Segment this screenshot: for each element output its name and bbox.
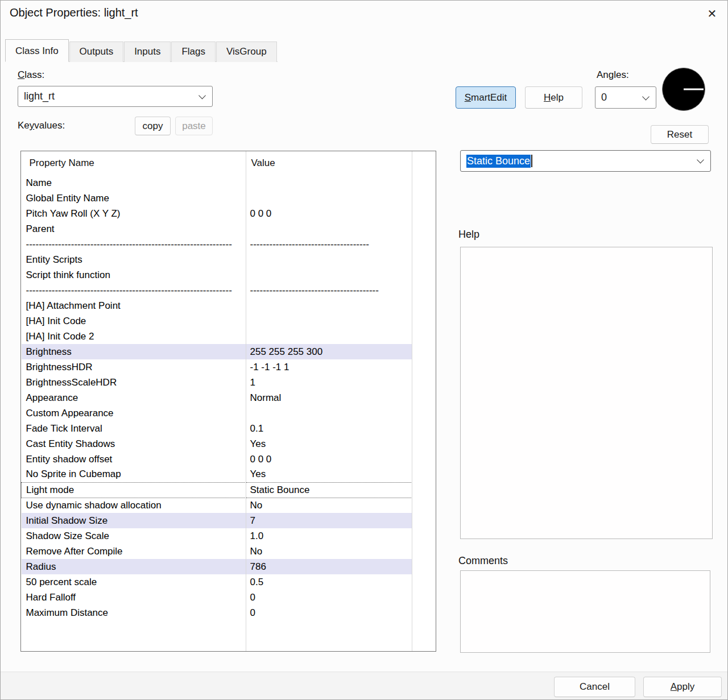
property-name-cell[interactable]: Entity shadow offset [22,452,246,467]
property-value-cell[interactable] [246,190,412,206]
reset-button[interactable]: Reset [651,125,709,144]
tab-inputs[interactable]: Inputs [124,42,171,62]
help-button[interactable]: Help [525,86,582,109]
property-value-cell[interactable]: No [246,498,412,513]
property-row[interactable]: Cast Entity ShadowsYes [22,436,436,452]
property-row[interactable]: Name [22,175,436,190]
property-name-cell[interactable]: No Sprite in Cubemap [22,467,246,482]
apply-button[interactable]: Apply [643,677,722,697]
property-name-cell[interactable]: Name [22,175,246,190]
property-value-cell[interactable]: Normal [246,390,412,405]
property-value-cell[interactable]: 0 0 0 [246,206,412,221]
class-combobox[interactable]: light_rt [18,86,213,107]
property-row[interactable]: ----------------------------------------… [22,283,436,298]
property-value-cell[interactable]: -1 -1 -1 1 [246,359,412,375]
property-name-cell[interactable]: BrightnessHDR [22,359,246,375]
light-mode-combobox[interactable]: Static Bounce [460,150,711,172]
property-name-cell[interactable]: [HA] Init Code 2 [22,329,246,344]
property-name-cell[interactable]: Initial Shadow Size [22,513,246,528]
property-name-cell[interactable]: Shadow Size Scale [22,528,246,544]
property-name-cell[interactable]: Maximum Distance [22,605,246,620]
property-row[interactable]: Remove After CompileNo [22,544,436,559]
property-row[interactable]: Radius786 [22,559,436,574]
property-name-cell[interactable]: Global Entity Name [22,190,246,206]
property-row[interactable]: Custom Appearance [22,405,436,421]
property-row[interactable]: [HA] Init Code [22,313,436,329]
property-name-cell[interactable]: Fade Tick Interval [22,421,246,436]
property-value-cell[interactable]: Yes [246,436,412,452]
tab-flags[interactable]: Flags [171,42,216,62]
property-row[interactable]: Parent [22,221,436,237]
property-value-cell[interactable]: 0 [246,590,412,605]
property-value-cell[interactable] [246,252,412,267]
paste-button[interactable]: paste [175,117,213,135]
property-value-cell[interactable] [246,175,412,190]
property-name-cell[interactable]: Cast Entity Shadows [22,436,246,452]
property-row[interactable]: 50 percent scale0.5 [22,574,436,590]
property-name-cell[interactable]: Radius [22,559,246,574]
property-name-cell[interactable]: Script think function [22,267,246,283]
property-row[interactable]: ----------------------------------------… [22,237,436,252]
property-name-cell[interactable]: ----------------------------------------… [22,283,246,298]
property-value-cell[interactable]: 0.5 [246,574,412,590]
property-value-cell[interactable]: Static Bounce [246,482,412,498]
property-value-cell[interactable]: 786 [246,559,412,574]
property-name-cell[interactable]: [HA] Init Code [22,313,246,329]
property-row[interactable]: BrightnessScaleHDR1 [22,375,436,390]
property-name-cell[interactable]: Pitch Yaw Roll (X Y Z) [22,206,246,221]
property-name-cell[interactable]: Parent [22,221,246,237]
property-value-cell[interactable]: ---------------------------------------- [246,283,412,298]
property-row[interactable]: No Sprite in CubemapYes [22,467,436,482]
property-row[interactable]: Light modeStatic Bounce [22,482,436,498]
property-value-cell[interactable]: 7 [246,513,412,528]
property-row[interactable]: Use dynamic shadow allocationNo [22,498,436,513]
property-row[interactable]: Entity shadow offset0 0 0 [22,452,436,467]
property-value-cell[interactable] [246,329,412,344]
property-row[interactable]: Hard Falloff0 [22,590,436,605]
copy-button[interactable]: copy [135,117,171,135]
property-value-cell[interactable]: No [246,544,412,559]
property-row[interactable]: Fade Tick Interval0.1 [22,421,436,436]
property-name-cell[interactable]: Appearance [22,390,246,405]
property-value-cell[interactable] [246,313,412,329]
close-icon[interactable]: ✕ [704,5,721,22]
property-name-cell[interactable]: Entity Scripts [22,252,246,267]
property-row[interactable]: Initial Shadow Size7 [22,513,436,528]
property-row[interactable]: Script think function [22,267,436,283]
property-row[interactable]: Shadow Size Scale1.0 [22,528,436,544]
property-value-cell[interactable]: Yes [246,467,412,482]
property-name-cell[interactable]: ----------------------------------------… [22,237,246,252]
property-value-cell[interactable]: 1.0 [246,528,412,544]
property-value-cell[interactable]: 1 [246,375,412,390]
property-name-cell[interactable]: Hard Falloff [22,590,246,605]
property-name-cell[interactable]: BrightnessScaleHDR [22,375,246,390]
tab-visgroup[interactable]: VisGroup [216,42,277,62]
property-row[interactable]: [HA] Attachment Point [22,298,436,313]
property-name-cell[interactable]: Light mode [22,482,246,498]
property-value-cell[interactable]: ------------------------------------- [246,237,412,252]
property-value-cell[interactable] [246,267,412,283]
property-name-cell[interactable]: [HA] Attachment Point [22,298,246,313]
property-value-cell[interactable] [246,221,412,237]
property-name-cell[interactable]: Brightness [22,344,246,359]
property-row[interactable]: Entity Scripts [22,252,436,267]
comments-input[interactable] [460,570,710,653]
smartedit-button[interactable]: SmartEdit [456,86,516,109]
property-row[interactable]: Maximum Distance0 [22,605,436,620]
property-name-cell[interactable]: 50 percent scale [22,574,246,590]
property-value-cell[interactable]: 0 [246,605,412,620]
property-row[interactable]: [HA] Init Code 2 [22,329,436,344]
cancel-button[interactable]: Cancel [554,677,635,697]
property-value-cell[interactable] [246,405,412,421]
property-row[interactable]: BrightnessHDR-1 -1 -1 1 [22,359,436,375]
property-value-cell[interactable]: 0 0 0 [246,452,412,467]
property-value-cell[interactable]: 255 255 255 300 [246,344,412,359]
property-value-cell[interactable] [246,298,412,313]
property-row[interactable]: Brightness255 255 255 300 [22,344,436,359]
property-row[interactable]: Pitch Yaw Roll (X Y Z)0 0 0 [22,206,436,221]
angles-dial[interactable] [662,68,705,111]
tab-class-info[interactable]: Class Info [5,39,69,62]
property-value-cell[interactable]: 0.1 [246,421,412,436]
property-name-cell[interactable]: Custom Appearance [22,405,246,421]
property-name-cell[interactable]: Use dynamic shadow allocation [22,498,246,513]
